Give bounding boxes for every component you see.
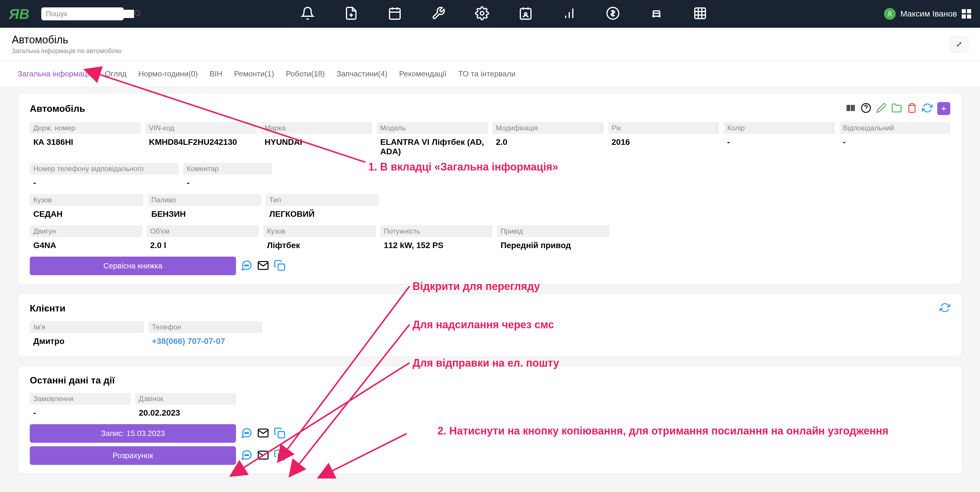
folder-icon[interactable] [891,103,902,115]
body2-value: Ліфтбек [263,239,375,252]
call-label: Дзвінок [135,393,236,405]
type-value: ЛЕГКОВИЙ [266,208,379,220]
dollar-icon[interactable] [606,6,620,22]
svg-rect-43 [278,431,285,438]
tab-overview[interactable]: Огляд [105,67,127,81]
calculation-button[interactable]: Розрахунок [30,446,236,465]
nav-icons [124,6,884,22]
page-subtitle: Загальна інформація по автомобілю [12,47,122,55]
barcode-icon[interactable] [845,103,856,115]
volume-value: 2.0 l [147,239,259,252]
vehicle-section-title: Автомобіль [30,103,85,114]
contacts-icon[interactable] [519,6,533,22]
add-file-icon[interactable] [344,6,358,22]
svg-point-45 [246,455,247,455]
body-label: Кузов [30,194,143,206]
engine-value: G4NA [30,239,142,252]
order-label: Замовлення [30,393,130,405]
delete-icon[interactable] [907,103,917,115]
svg-rect-38 [278,264,285,270]
chart-icon[interactable] [562,6,576,22]
record-button[interactable]: Запис: 15.03.2023 [30,424,236,443]
copy-icon[interactable] [274,260,285,273]
service-book-button[interactable]: Сервісна книжка [30,257,236,275]
user-name: Максим Іванов [900,9,957,19]
sms-icon[interactable] [241,260,253,273]
last-actions-title: Останні дані та дії [30,375,115,386]
vehicle-card: Автомобіль + Держ. номерКА 3186НІ VIN-ко… [18,93,963,284]
client-name-value: Дмитро [30,335,144,348]
tab-service-intervals[interactable]: ТО та інтервали [458,67,515,81]
sms-icon-2[interactable] [241,427,253,440]
vin-value: KMHD84LF2HU242130 [146,136,257,149]
svg-point-25 [889,11,891,14]
svg-point-36 [248,265,248,266]
comment-value: - [183,176,272,189]
fuel-label: Паливо [148,194,261,206]
copy-icon-3[interactable] [274,449,285,462]
svg-point-40 [246,433,247,433]
client-phone-value[interactable]: +38(066) 707-07-07 [148,335,262,348]
gear-icon[interactable] [475,6,489,22]
client-name-label: Ім'я [30,321,144,333]
svg-rect-4 [390,8,400,19]
edit-icon[interactable] [876,103,886,115]
clients-section-title: Клієнти [30,303,65,314]
tab-repairs[interactable]: Ремонти(1) [234,67,274,81]
help-icon[interactable] [861,103,871,115]
tab-general-info[interactable]: Загальна інформація [18,67,93,81]
svg-point-12 [525,13,527,15]
model-value: ELANTRA VI Ліфтбек (AD, ADA) [377,136,488,158]
client-phone-label: Телефон [148,321,262,333]
svg-rect-48 [278,454,285,460]
comment-label: Коментар [183,163,272,175]
tab-norm-hours[interactable]: Нормо-години(0) [138,67,198,81]
user-area[interactable]: Максим Іванов [884,8,971,20]
refresh-icon[interactable] [922,103,932,115]
page-title-block: Автомобіль Загальна інформація по автомо… [12,34,122,55]
body-value: СЕДАН [30,208,143,220]
expand-button[interactable]: ⤢ [950,36,968,52]
email-icon-2[interactable] [257,427,269,440]
tab-recommendations[interactable]: Рекомендації [399,67,447,81]
drive-label: Привід [497,225,609,237]
color-label: Колір [724,122,835,134]
tabs: Загальна інформація Огляд Нормо-години(0… [0,61,980,87]
vehicle-actions: + [845,102,950,115]
add-button[interactable]: + [937,102,950,115]
car-icon[interactable] [649,6,663,22]
wrench-icon[interactable] [431,6,445,22]
type-label: Тип [266,194,379,206]
svg-point-34 [245,265,245,266]
responsible-value: - [840,136,951,149]
svg-point-35 [246,265,247,266]
bell-icon[interactable] [301,6,315,22]
brand-label: Марка [261,122,372,134]
last-actions-card: Останні дані та дії Замовлення- Дзвінок2… [18,366,963,474]
svg-point-19 [659,16,660,17]
sms-icon-3[interactable] [241,449,253,462]
search-box[interactable] [41,7,124,20]
logo: ЯB [9,6,29,22]
body2-label: Кузов [263,225,375,237]
tab-parts[interactable]: Запчастини(4) [336,67,387,81]
tab-works[interactable]: Роботи(18) [286,67,325,81]
drive-value: Передній привод [497,239,609,252]
calendar-icon[interactable] [388,6,402,22]
resp-phone-label: Номер телефону відповідального [30,163,178,175]
email-icon-3[interactable] [257,449,269,462]
grid-icon[interactable] [693,6,707,22]
search-input[interactable] [46,10,134,18]
plate-label: Держ. номер [30,122,141,134]
svg-point-41 [248,433,248,433]
order-value: - [30,406,130,419]
email-icon[interactable] [257,260,269,273]
apps-icon[interactable] [962,9,971,19]
copy-icon-2[interactable] [274,427,285,440]
plate-value: КА 3186НІ [30,136,141,149]
page-title: Автомобіль [12,34,122,46]
year-label: Рік [608,122,719,134]
content: Загальна інформація Огляд Нормо-години(0… [0,61,980,474]
tab-bih[interactable]: BIH [210,67,222,81]
refresh-clients-icon[interactable] [940,302,950,314]
